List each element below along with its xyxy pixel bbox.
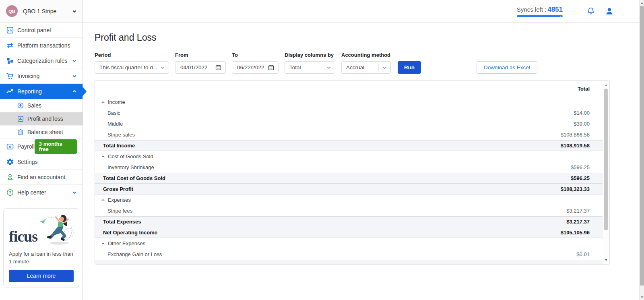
chevron-down-icon: [382, 65, 387, 70]
run-button[interactable]: Run: [398, 61, 421, 74]
chevron-down-icon: [160, 65, 165, 70]
sidebar-item-label: Reporting: [17, 88, 42, 95]
collapse-caret-icon[interactable]: [101, 100, 105, 104]
sidebar-item-label: Find an accountant: [17, 174, 65, 180]
scroll-down-arrow[interactable]: [603, 257, 609, 263]
row-label: Gross Profit: [103, 186, 133, 192]
period-value: This fiscal quarter to d...: [99, 64, 160, 70]
svg-text:?: ?: [9, 190, 11, 194]
active-item-pointer: [83, 87, 87, 96]
invoicing-icon: [6, 72, 14, 80]
scroll-down-arrow[interactable]: [640, 294, 644, 300]
display-columns-value: Total: [289, 64, 320, 70]
help-icon: ?: [6, 188, 14, 197]
reporting-icon: [6, 87, 14, 95]
scroll-up-arrow[interactable]: [603, 82, 609, 88]
sidebar-item-profit-and-loss[interactable]: Profit and loss: [0, 112, 83, 126]
sidebar-item-find-an-accountant[interactable]: Find an accountant: [0, 170, 83, 185]
user-avatar-icon[interactable]: [605, 6, 614, 16]
display-columns-select[interactable]: Total: [285, 61, 335, 74]
main-content: Profit and Loss Period This fiscal quart…: [83, 23, 639, 300]
row-label: Middle: [107, 121, 123, 127]
syncs-progress-bar: [517, 15, 563, 17]
from-label: From: [175, 52, 226, 58]
table-row-inventory-shrinkage: Inventory Shrinkage$596.25: [95, 162, 609, 173]
learn-more-button[interactable]: Learn more: [9, 270, 74, 282]
ad-hero: ficus: [9, 213, 74, 247]
sidebar-item-payroll[interactable]: $Payroll3 months free: [0, 139, 83, 154]
from-date-value: 04/01/2022: [180, 64, 215, 70]
table-row-other-expenses[interactable]: Other Expenses: [95, 238, 609, 249]
profit-loss-table: Total IncomeBasic$14.00Middle$39.00Strip…: [95, 80, 610, 265]
table-header-row: Total: [95, 81, 609, 97]
account-avatar: QB: [6, 5, 18, 17]
sidebar-item-label: Sales: [27, 102, 41, 109]
syncs-left-indicator: Syncs left :4851: [517, 6, 563, 17]
to-date-input[interactable]: 06/22/2022: [232, 61, 279, 74]
sidebar-item-platform-transactions[interactable]: Platform transactions: [0, 38, 83, 53]
sidebar-item-label: Payroll: [17, 143, 35, 150]
control-panel-icon: [6, 26, 14, 34]
app-window: QB QBO 1 Stripe Control panelPlatform tr…: [0, 0, 644, 300]
table-row-basic: Basic$14.00: [95, 108, 609, 118]
scroll-up-arrow[interactable]: [640, 0, 644, 6]
sidebar-item-help-center[interactable]: ?Help center: [0, 185, 83, 200]
from-date-input[interactable]: 04/01/2022: [175, 61, 226, 74]
table-row-total-income: Total Income$108,919.58: [95, 140, 609, 151]
to-date-value: 06/22/2022: [237, 64, 268, 70]
period-select[interactable]: This fiscal quarter to d...: [95, 61, 169, 74]
sidebar-item-settings[interactable]: Settings: [0, 154, 83, 170]
sidebar: QB QBO 1 Stripe Control panelPlatform tr…: [0, 0, 83, 300]
page-title: Profit and Loss: [95, 32, 639, 43]
table-scrollbar-thumb[interactable]: [604, 89, 608, 230]
page-scrollbar[interactable]: [639, 0, 644, 300]
calendar-icon[interactable]: [215, 64, 222, 71]
calendar-icon[interactable]: [268, 64, 275, 71]
categorization-rules-icon: [6, 57, 14, 65]
page-scrollbar-thumb[interactable]: [640, 6, 644, 286]
row-value: $105,105.96: [561, 230, 609, 236]
total-column-header: Total: [578, 86, 590, 92]
account-switcher[interactable]: QB QBO 1 Stripe: [0, 0, 83, 23]
find-accountant-icon: [6, 173, 14, 181]
table-row-cost-of-goods-sold[interactable]: Cost of Goods Sold: [95, 151, 609, 162]
table-row-total-cost-of-goods-sold: Total Cost of Goods Sold$596.25: [95, 173, 609, 184]
to-label: To: [232, 52, 279, 58]
table-row-income[interactable]: Income: [95, 97, 609, 108]
row-value: $108,323.33: [561, 186, 609, 192]
sidebar-item-sales[interactable]: Sales: [0, 99, 83, 112]
collapse-caret-icon[interactable]: [101, 155, 105, 159]
row-label: Other Expenses: [108, 240, 145, 246]
row-label: Total Cost of Goods Sold: [103, 175, 165, 181]
sidebar-item-invoicing[interactable]: Invoicing: [0, 68, 83, 84]
sidebar-item-balance-sheet[interactable]: Balance sheet: [0, 126, 83, 139]
chevron-up-icon: [72, 89, 77, 94]
sidebar-item-categorization-rules[interactable]: Categorization rules: [0, 53, 83, 68]
row-label: Stripe fees: [107, 208, 132, 214]
from-filter: From 04/01/2022: [175, 52, 226, 74]
loan-ad-card: ficus: [3, 208, 79, 288]
sidebar-item-label: Settings: [17, 159, 38, 165]
bell-icon[interactable]: [586, 6, 596, 16]
display-columns-label: Display columns by: [285, 52, 335, 58]
collapse-caret-icon[interactable]: [101, 242, 105, 246]
sidebar-item-label: Profit and loss: [27, 116, 63, 122]
period-filter: Period This fiscal quarter to d...: [95, 52, 169, 74]
syncs-label: Syncs left :: [517, 6, 546, 13]
collapse-caret-icon[interactable]: [101, 198, 105, 202]
table-row-exchange-gain-or-loss: Exchange Gain or Loss$0.01: [95, 249, 609, 260]
display-columns-filter: Display columns by Total: [285, 52, 335, 74]
sidebar-item-reporting[interactable]: Reporting: [0, 84, 83, 99]
table-row-stripe-fees: Stripe fees$3,217.37: [95, 205, 609, 216]
sidebar-item-label: Invoicing: [17, 73, 39, 79]
sidebar-item-control-panel[interactable]: Control panel: [0, 23, 83, 38]
accounting-method-select[interactable]: Accrual: [341, 61, 391, 74]
table-row-expenses[interactable]: Expenses: [95, 194, 609, 205]
table-row-net-operating-income: Net Operating Income$105,105.96: [95, 227, 609, 238]
sidebar-item-label: Balance sheet: [27, 129, 63, 135]
report-filters: Period This fiscal quarter to d... From …: [95, 52, 639, 74]
platform-transactions-icon: [6, 41, 14, 50]
table-scrollbar[interactable]: [603, 81, 609, 264]
row-label: Expenses: [108, 197, 131, 203]
download-as-excel-button[interactable]: Download as Excel: [477, 61, 537, 74]
